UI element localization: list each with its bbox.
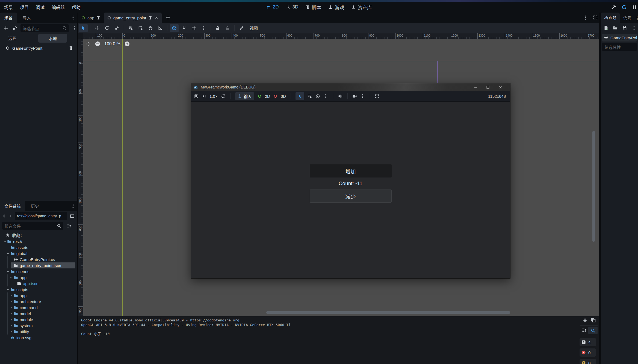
tool-grid-icon[interactable]	[190, 24, 198, 32]
copy-output-icon[interactable]	[591, 318, 596, 323]
select-mode-icon[interactable]	[296, 92, 304, 100]
minimize-icon[interactable]	[474, 85, 478, 89]
workspace-脚本[interactable]: 脚本	[305, 4, 321, 11]
reload-icon[interactable]	[621, 4, 627, 10]
next-frame-icon[interactable]	[202, 94, 206, 98]
tool-listsel-icon[interactable]	[126, 24, 135, 32]
menu-item-1[interactable]: 项目	[16, 4, 32, 10]
fs-item-app.tscn[interactable]: app.tscn	[0, 280, 77, 286]
tool-cube-icon[interactable]	[170, 24, 179, 32]
load-resource-icon[interactable]	[613, 25, 618, 30]
scene-tab-app[interactable]: app	[78, 13, 104, 23]
fs-item-app[interactable]: app	[0, 274, 77, 280]
fs-item-architecture[interactable]: architecture	[0, 298, 77, 304]
camera-icon[interactable]	[352, 94, 357, 99]
tab-inspector[interactable]: 检查器	[601, 13, 620, 23]
3d-mode-button[interactable]: 3D	[281, 94, 286, 99]
scene-tree-menu-icon[interactable]	[72, 26, 77, 31]
fs-item-scripts[interactable]: scripts	[0, 286, 77, 292]
tool-kebab-icon[interactable]	[199, 24, 208, 32]
fs-item-icon.svg[interactable]: icon.svg	[0, 335, 77, 341]
input-mode-button[interactable]: 输入	[235, 92, 254, 100]
2d-mode-button[interactable]: 2D	[265, 94, 270, 99]
scene-tree-node-gameentrypoint[interactable]: GameEntryPoint	[0, 44, 77, 52]
chevron-down-icon[interactable]	[6, 252, 10, 255]
tab-filesystem[interactable]: 文件系统	[0, 201, 25, 211]
fs-item-command[interactable]: command	[0, 304, 77, 310]
fs-item-GameEntryPoint.cs[interactable]: GameEntryPoint.cs	[0, 256, 77, 262]
menu-item-4[interactable]: 帮助	[68, 4, 84, 10]
select-list-icon[interactable]	[308, 94, 312, 99]
mute-audio-icon[interactable]	[338, 94, 343, 99]
filter-properties-input[interactable]: 筛选属性	[602, 43, 637, 51]
embed-fullscreen-icon[interactable]	[375, 94, 379, 99]
2d-viewport[interactable]: 100.0 % MyGFrameworkGame (DEBUG) 1.0×	[78, 33, 599, 316]
chevron-right-icon[interactable]	[9, 306, 13, 309]
zoom-percent[interactable]: 100.0 %	[104, 42, 120, 46]
filter-messages-icon[interactable]	[582, 328, 587, 333]
zoom-out-icon[interactable]	[95, 41, 101, 47]
workspace-2d[interactable]: 2D	[266, 4, 279, 10]
clear-output-icon[interactable]	[582, 317, 588, 323]
tool-unlock-icon[interactable]	[223, 24, 232, 32]
left-dock-divider[interactable]	[77, 13, 78, 364]
search-output-icon[interactable]	[588, 327, 598, 334]
tool-bone-icon[interactable]	[237, 24, 246, 32]
workspace-游戏[interactable]: 游戏	[328, 4, 344, 11]
chevron-down-icon[interactable]	[3, 240, 7, 243]
fs-item-app[interactable]: app	[0, 292, 77, 298]
tab-history[interactable]: 历史	[26, 201, 43, 211]
fs-item-game_entry_point.tscn[interactable]: game_entry_point.tscn	[0, 262, 77, 268]
edited-object-row[interactable]: GameEntryPoint.	[602, 34, 637, 42]
fs-item-global[interactable]: global	[0, 250, 77, 256]
tool-magnet-icon[interactable]	[180, 24, 188, 32]
tool-move-icon[interactable]	[93, 24, 102, 32]
fs-item-utility[interactable]: utility	[0, 329, 77, 335]
tool-hand-icon[interactable]	[146, 24, 155, 32]
menu-item-2[interactable]: 调试	[32, 4, 48, 10]
favorites-row[interactable]: 收藏：	[0, 232, 77, 238]
script-icon[interactable]	[96, 16, 101, 20]
chevron-right-icon[interactable]	[9, 330, 13, 333]
camera-menu-icon[interactable]	[360, 94, 365, 99]
current-path-field[interactable]: res://global/game_entry_p	[15, 212, 67, 220]
center-view-icon[interactable]	[85, 41, 91, 47]
warning-count-badge[interactable]: 0	[580, 359, 596, 364]
tab-import[interactable]: 导入	[18, 13, 35, 23]
more-options-icon[interactable]	[323, 94, 328, 99]
close-icon[interactable]	[498, 85, 503, 89]
nav-back-icon[interactable]	[2, 214, 7, 218]
script-icon[interactable]	[148, 16, 152, 20]
add-node-icon[interactable]	[3, 26, 8, 31]
right-dock-divider[interactable]	[599, 13, 601, 364]
tool-rulertri-icon[interactable]	[156, 24, 165, 32]
chevron-down-icon[interactable]	[6, 270, 10, 273]
filter-nodes-input[interactable]: 筛选节点	[20, 24, 69, 32]
game-debug-window[interactable]: MyGFrameworkGame (DEBUG) 1.0× 输入 2D 3D	[191, 83, 510, 279]
fs-item-module[interactable]: module	[0, 316, 77, 322]
save-resource-icon[interactable]	[622, 25, 627, 30]
menu-item-3[interactable]: 编辑器	[48, 4, 68, 10]
tool-cursor-icon[interactable]	[79, 24, 88, 32]
tab-scene[interactable]: 场景	[0, 13, 17, 23]
filter-files-input[interactable]: 筛选文件	[2, 222, 63, 230]
expand-editor-icon[interactable]	[593, 15, 598, 20]
filesystem-menu-icon[interactable]	[70, 203, 76, 208]
camera-override-icon[interactable]	[315, 94, 320, 99]
menu-item-0[interactable]: 场景	[1, 4, 16, 10]
tabs-menu-icon[interactable]	[583, 15, 588, 20]
attached-script-icon[interactable]	[69, 46, 73, 50]
new-scene-tab-button[interactable]	[166, 15, 170, 20]
hammer-icon[interactable]	[611, 4, 617, 10]
remote-button[interactable]: 远程	[8, 35, 16, 41]
pause-icon[interactable]	[632, 4, 637, 10]
split-view-icon[interactable]	[70, 214, 75, 218]
workspace-3d[interactable]: 3D	[286, 4, 299, 10]
canvas-hscrollbar[interactable]	[266, 311, 510, 314]
error-count-badge[interactable]: 0	[580, 348, 596, 357]
chevron-right-icon[interactable]	[9, 324, 13, 327]
close-tab-icon[interactable]	[155, 16, 158, 20]
maximize-icon[interactable]	[486, 85, 490, 89]
suspend-icon[interactable]	[194, 94, 199, 99]
chevron-right-icon[interactable]	[9, 300, 13, 303]
